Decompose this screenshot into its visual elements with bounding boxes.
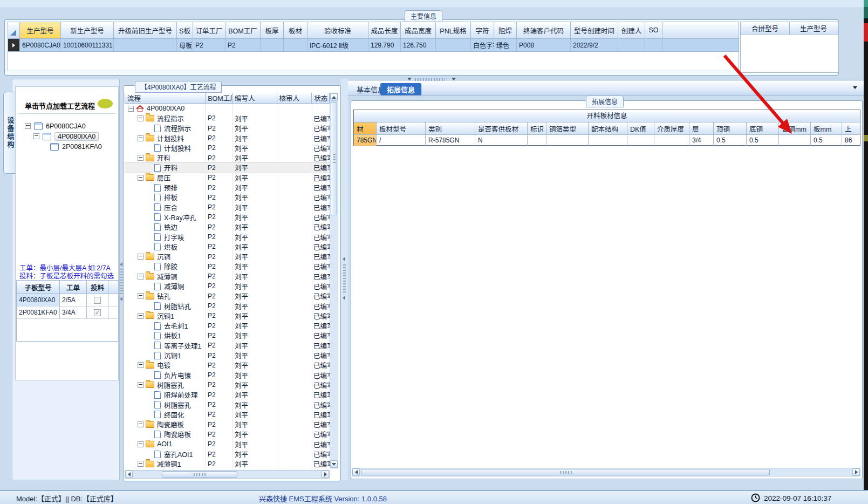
column-header-1[interactable]: 新生产型号 <box>61 22 114 38</box>
process-row-除胶[interactable]: 除胶P2刘平已编写 <box>125 262 330 271</box>
process-column-header-3[interactable]: 核审人 <box>277 93 312 103</box>
merge-column-header-0[interactable]: 合拼型号 <box>741 22 790 34</box>
process-row-减薄铜[interactable]: 减薄铜P2刘平已编写 <box>125 281 330 291</box>
column-header-13[interactable]: 阻焊 <box>494 22 517 38</box>
process-expander-icon[interactable] <box>138 115 143 121</box>
feed-checkbox[interactable] <box>94 297 101 304</box>
board-column-header-13[interactable]: 板mm <box>811 122 842 134</box>
feed-checkbox[interactable]: ✓ <box>94 309 101 316</box>
sub-column-header-1[interactable]: 工单 <box>60 281 87 294</box>
column-header-2[interactable]: 升级前旧生产型号 <box>114 22 177 38</box>
right-splitter[interactable] <box>341 79 348 480</box>
column-header-11[interactable]: PNL规格 <box>436 22 471 38</box>
board-column-header-9[interactable]: 层 <box>689 122 714 134</box>
process-expander-icon[interactable] <box>138 135 143 141</box>
board-column-header-3[interactable]: 是否客供板材 <box>475 122 528 134</box>
board-data-row[interactable]: 785GN/R-5785GNN3/40.50.50.586 <box>354 135 860 146</box>
tab-overflow-dropdown-icon[interactable] <box>853 86 857 89</box>
column-header-7[interactable]: 板材 <box>284 22 307 38</box>
column-header-5[interactable]: BOM工厂 <box>225 22 261 38</box>
process-expander-icon[interactable] <box>138 362 143 368</box>
process-hscrollbar[interactable] <box>125 470 330 479</box>
process-expander-icon[interactable] <box>138 421 143 427</box>
process-expander-icon[interactable] <box>138 313 143 319</box>
process-row-负片电镀[interactable]: 负片电镀P2刘平已编写 <box>125 370 330 380</box>
corner-select-cell[interactable] <box>8 22 20 38</box>
column-header-15[interactable]: 型号创建时间 <box>571 22 618 38</box>
board-column-header-7[interactable]: DK值 <box>627 122 654 134</box>
tree-expander-icon[interactable] <box>25 123 31 129</box>
process-row-减薄铜[interactable]: 减薄铜P2刘平已编写 <box>125 271 330 281</box>
merge-column-header-1[interactable]: 生产型号 <box>790 22 837 34</box>
process-row-预排[interactable]: 预排P2刘平已编写 <box>125 182 330 192</box>
process-expander-icon[interactable] <box>138 293 143 299</box>
main-info-selected-row[interactable]: 6P0080CJA010010600111331母板P2P2IPC-6012 Ⅱ… <box>8 39 739 52</box>
column-header-4[interactable]: 订单工厂 <box>193 22 225 38</box>
process-row-树脂钻孔[interactable]: 树脂钻孔P2刘平已编写 <box>125 301 330 311</box>
process-expander-icon[interactable] <box>138 461 143 467</box>
process-row-压合[interactable]: 压合P2刘平已编写 <box>125 202 330 212</box>
process-row-流程指示[interactable]: 流程指示P2刘平已编写 <box>125 113 330 123</box>
sub-table-row[interactable]: 4P0080IXA02/5A <box>17 294 118 307</box>
process-expander-icon[interactable] <box>128 106 134 112</box>
process-row-去毛刺1[interactable]: 去毛刺1P2刘平已编写 <box>125 321 330 331</box>
process-expander-icon[interactable] <box>138 274 143 280</box>
column-header-0[interactable]: 生产型号 <box>20 22 61 38</box>
process-row-等离子处理1[interactable]: 等离子处理1P2刘平已编写 <box>125 340 330 350</box>
tree-node-label[interactable]: 6P0080CJA0 <box>46 122 86 130</box>
process-expander-icon[interactable] <box>138 382 143 388</box>
extended-hscrollbar[interactable] <box>352 468 860 476</box>
process-row-开料[interactable]: 开料P2刘平已编写 <box>125 163 330 173</box>
board-column-header-11[interactable]: 底铜 <box>747 122 779 134</box>
column-header-12[interactable]: 字符 <box>471 22 494 38</box>
process-row-钻孔[interactable]: 钻孔P2刘平已编写 <box>125 291 330 301</box>
process-row-计划投料[interactable]: 计划投料P2刘平已编写 <box>125 143 330 153</box>
column-header-14[interactable]: 终端客户代码 <box>517 22 571 38</box>
sub-table-row[interactable]: 2P0081KFA03/4A✓ <box>17 307 118 319</box>
board-column-header-6[interactable]: 配本结构 <box>589 122 627 134</box>
process-row-树脂塞孔[interactable]: 树脂塞孔P2刘平已编写 <box>125 400 330 410</box>
process-row-沉铜1[interactable]: 沉铜1P2刘平已编写 <box>125 350 330 360</box>
process-row-塞孔AOI1[interactable]: 塞孔AOI1P2刘平已编写 <box>125 449 330 459</box>
board-column-header-14[interactable]: 上 <box>842 122 860 134</box>
process-row-开料[interactable]: 开料P2刘平已编写 <box>125 153 330 162</box>
process-row-烘板[interactable]: 烘板P2刘平已编写 <box>125 242 330 251</box>
sub-column-header-0[interactable]: 子板型号 <box>17 281 60 294</box>
tree-node-6P0080CJA0[interactable]: 6P0080CJA0 <box>18 121 115 131</box>
process-row-铣边[interactable]: 铣边P2刘平已编写 <box>125 222 330 232</box>
process-row-沉铜1[interactable]: 沉铜1P2刘平已编写 <box>125 311 330 321</box>
process-row-陶瓷磨板[interactable]: 陶瓷磨板P2刘平已编写 <box>125 430 330 439</box>
process-column-header-2[interactable]: 编写人 <box>233 93 277 103</box>
column-header-16[interactable]: 创建人 <box>618 22 645 38</box>
process-expander-icon[interactable] <box>138 155 143 161</box>
process-column-header-1[interactable]: BOM工厂 <box>206 93 233 103</box>
column-header-10[interactable]: 成品宽度 <box>401 22 436 38</box>
tree-node-4P0080IXA0[interactable]: 4P0080IXA0 <box>18 131 115 141</box>
column-header-9[interactable]: 成品长度 <box>368 22 401 38</box>
process-column-header-0[interactable]: 流程 <box>125 93 206 103</box>
board-column-header-5[interactable]: 铜箔类型 <box>546 122 589 134</box>
process-row-沉铜[interactable]: 沉铜P2刘平已编写 <box>125 251 330 261</box>
tree-node-label[interactable]: 4P0080IXA0 <box>54 132 99 141</box>
board-column-header-8[interactable]: 介质厚度 <box>654 122 689 134</box>
process-row-电镀[interactable]: 电镀P2刘平已编写 <box>125 360 330 370</box>
column-header-6[interactable]: 板厚 <box>261 22 284 38</box>
tree-node-2P0081KFA0[interactable]: 2P0081KFA0 <box>18 141 115 152</box>
sub-column-header-2[interactable]: 投料 <box>87 281 108 294</box>
process-row-打字唛[interactable]: 打字唛P2刘平已编写 <box>125 232 330 242</box>
board-column-header-12[interactable]: 含铜mm <box>779 122 811 134</box>
board-column-header-0[interactable]: 材 <box>354 122 377 134</box>
process-row-阻焊前处理[interactable]: 阻焊前处理P2刘平已编写 <box>125 390 330 400</box>
process-expander-icon[interactable] <box>138 175 143 181</box>
process-vscrollbar[interactable] <box>330 93 338 468</box>
process-row-流程指示[interactable]: 流程指示P2刘平已编写 <box>125 124 330 133</box>
process-row-AOI1[interactable]: AOI1P2刘平已编写 <box>125 439 330 449</box>
process-row-4P0080IXA0[interactable]: 4P0080IXA0 <box>125 104 330 113</box>
column-header-3[interactable]: S板 <box>177 22 193 38</box>
board-column-header-2[interactable]: 类别 <box>426 122 475 134</box>
process-row-烘板1[interactable]: 烘板1P2刘平已编写 <box>125 331 330 340</box>
process-row-减薄铜1[interactable]: 减薄铜1P2刘平已编写 <box>125 459 330 468</box>
tab-extended-info[interactable]: 拓展信息 <box>380 83 421 95</box>
process-expander-icon[interactable] <box>138 441 143 447</box>
process-row-X-Ray冲孔[interactable]: X-Ray冲孔P2刘平已编写 <box>125 212 330 222</box>
